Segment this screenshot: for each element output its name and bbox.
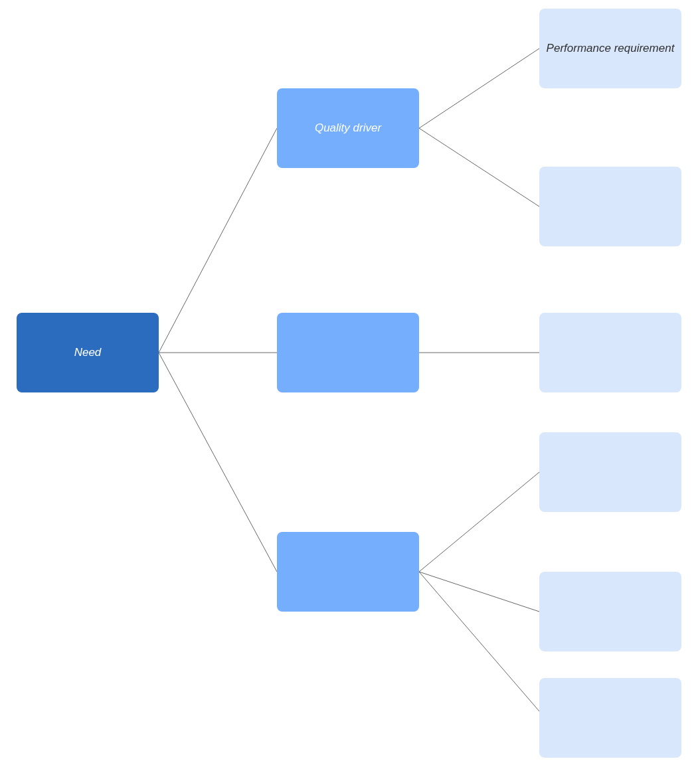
svg-line-7	[419, 572, 539, 612]
svg-line-8	[419, 572, 539, 711]
svg-line-6	[419, 472, 539, 572]
node-performance-requirement-b1[interactable]	[539, 313, 681, 392]
svg-line-3	[419, 48, 539, 128]
node-quality-driver-a[interactable]: Quality driver	[277, 88, 419, 168]
node-need[interactable]: Need	[17, 313, 159, 392]
node-label: Quality driver	[315, 121, 381, 135]
node-quality-driver-b[interactable]	[277, 313, 419, 392]
node-label: Performance requirement	[547, 41, 675, 56]
svg-line-2	[159, 353, 277, 572]
node-quality-driver-c[interactable]	[277, 532, 419, 612]
node-label: Need	[74, 345, 102, 360]
node-performance-requirement-a2[interactable]	[539, 167, 681, 246]
node-performance-requirement-c3[interactable]	[539, 678, 681, 758]
svg-line-4	[419, 128, 539, 207]
node-performance-requirement-c2[interactable]	[539, 572, 681, 651]
svg-line-0	[159, 128, 277, 353]
node-performance-requirement-a1[interactable]: Performance requirement	[539, 9, 681, 88]
node-performance-requirement-c1[interactable]	[539, 432, 681, 512]
